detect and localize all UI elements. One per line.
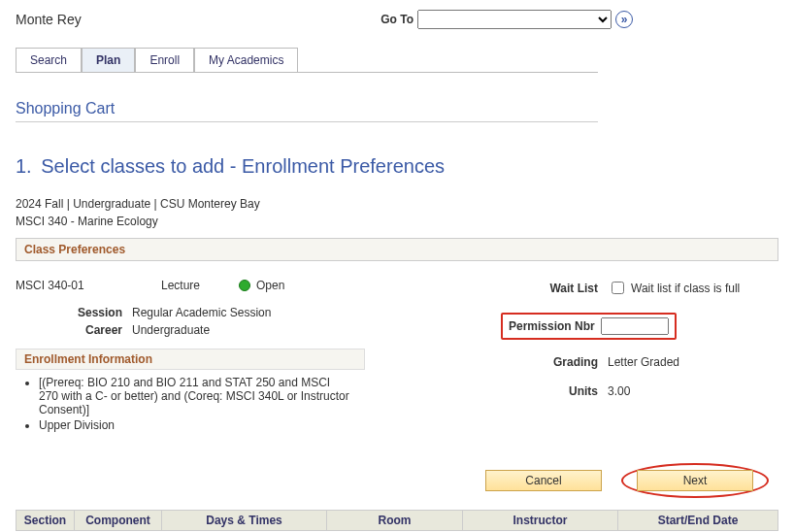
tab-plan[interactable]: Plan <box>82 48 135 73</box>
waitlist-label: Wait List <box>384 282 608 295</box>
col-start-end: Start/End Date <box>618 511 778 531</box>
course-line: MSCI 340 - Marine Ecology <box>16 215 778 228</box>
shopping-cart-heading: Shopping Cart <box>16 100 598 122</box>
cancel-button[interactable]: Cancel <box>485 470 602 491</box>
term-line: 2024 Fall | Undergraduate | CSU Monterey… <box>16 197 778 211</box>
next-button-highlight: Next <box>621 463 769 498</box>
nav-tabs: Search Plan Enroll My Academics <box>16 47 778 72</box>
grading-value: Letter Graded <box>608 355 679 369</box>
page-title-number: 1. <box>16 155 32 177</box>
requirement-item: [(Prereq: BIO 210 and BIO 211 and STAT 2… <box>39 376 349 416</box>
session-value: Regular Academic Session <box>132 306 271 319</box>
goto-label: Go To <box>380 13 414 26</box>
status-open-icon <box>239 280 250 291</box>
session-label: Session <box>54 306 132 319</box>
col-instructor: Instructor <box>463 511 618 531</box>
permission-label: Permission Nbr <box>509 319 601 333</box>
requirements-list: [(Prereq: BIO 210 and BIO 211 and STAT 2… <box>39 376 349 432</box>
waitlist-checkbox[interactable] <box>612 282 624 294</box>
status-open-text: Open <box>256 279 284 292</box>
class-preferences-bar: Class Preferences <box>16 238 778 261</box>
units-value: 3.00 <box>608 384 630 398</box>
requirement-item: Upper Division <box>39 418 349 432</box>
class-component: Lecture <box>161 279 239 292</box>
waitlist-checkbox-label: Wait list if class is full <box>631 282 740 295</box>
career-label: Career <box>54 323 132 337</box>
units-label: Units <box>384 384 608 398</box>
enrollment-info-bar: Enrollment Information <box>16 349 365 370</box>
col-room: Room <box>327 511 463 531</box>
schedule-table: Section Component Days & Times Room Inst… <box>16 510 778 532</box>
grading-label: Grading <box>384 355 608 369</box>
next-button[interactable]: Next <box>637 470 753 491</box>
col-section: Section <box>17 511 75 531</box>
permission-nbr-input[interactable] <box>601 317 669 335</box>
user-name: Monte Rey <box>16 12 82 27</box>
permission-highlight: Permission Nbr <box>501 313 677 340</box>
career-value: Undergraduate <box>132 323 210 337</box>
page-title: 1. Select classes to add - Enrollment Pr… <box>16 155 778 178</box>
page-title-text: Select classes to add - Enrollment Prefe… <box>41 155 445 177</box>
goto-submit-icon[interactable]: » <box>615 11 633 28</box>
col-component: Component <box>75 511 162 531</box>
col-days-times: Days & Times <box>162 511 327 531</box>
class-id: MSCI 340-01 <box>16 279 161 292</box>
goto-select[interactable] <box>417 10 612 29</box>
tab-enroll[interactable]: Enroll <box>135 48 194 73</box>
tab-my-academics[interactable]: My Academics <box>194 48 298 73</box>
tab-search[interactable]: Search <box>16 48 82 73</box>
